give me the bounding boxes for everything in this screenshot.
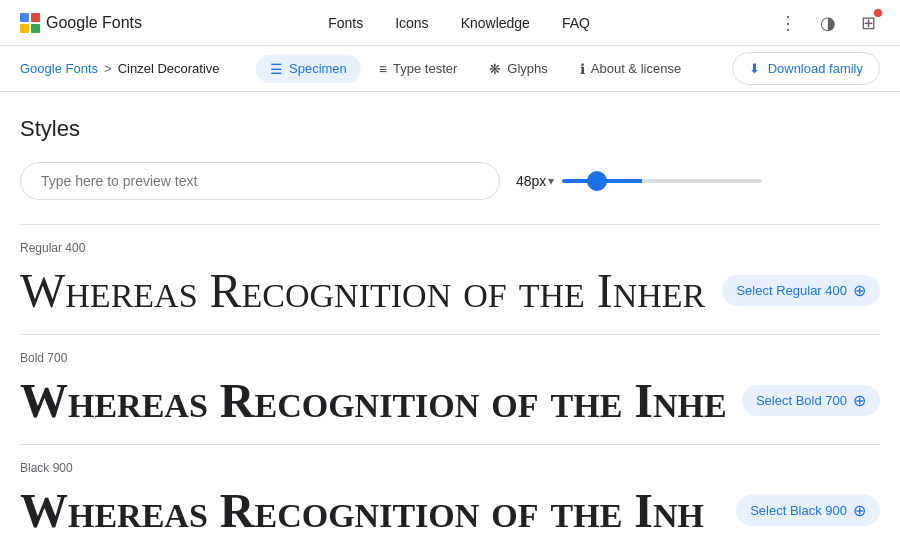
nav-link-knowledge[interactable]: Knowledge: [461, 15, 530, 31]
size-value: 48px: [516, 173, 546, 189]
google-fonts-logo[interactable]: [20, 13, 40, 33]
more-icon[interactable]: ⋮: [776, 11, 800, 35]
select-black-label: Select Black 900: [750, 503, 847, 518]
style-row-black: Black 900 Whereas Recognition of the Inh…: [20, 444, 880, 538]
tab-specimen[interactable]: ☰ Specimen: [256, 55, 361, 83]
chevron-down-icon: ▾: [548, 174, 554, 188]
font-size-slider[interactable]: [562, 179, 762, 183]
top-nav: Google Fonts Fonts Icons Knowledge FAQ ⋮…: [0, 0, 900, 46]
section-title: Styles: [20, 116, 880, 142]
download-family-button[interactable]: ⬇ Download family: [732, 52, 880, 85]
preview-input[interactable]: [20, 162, 500, 200]
sub-tabs: ☰ Specimen ≡ Type tester ❋ Glyphs ℹ Abou…: [256, 55, 695, 83]
theme-icon[interactable]: ◑: [816, 11, 840, 35]
preview-text-black: Whereas Recognition of the Inh: [20, 483, 720, 538]
grid-icon[interactable]: ⊞: [856, 11, 880, 35]
breadcrumb-root[interactable]: Google Fonts: [20, 61, 98, 76]
nav-link-icons[interactable]: Icons: [395, 15, 428, 31]
font-styles: Regular 400 Whereas Recognition of the I…: [20, 224, 880, 538]
preview-text-bold: Whereas Recognition of the Inher: [20, 373, 726, 428]
preview-bar: 48px ▾: [20, 162, 880, 200]
tab-specimen-label: Specimen: [289, 61, 347, 76]
about-icon: ℹ: [580, 61, 585, 77]
main-content: Styles 48px ▾ Regular 400 Whereas Recogn…: [0, 92, 900, 538]
select-regular-label: Select Regular 400: [736, 283, 847, 298]
select-bold-label: Select Bold 700: [756, 393, 847, 408]
breadcrumb-bar: Google Fonts > Cinzel Decorative ☰ Speci…: [0, 46, 900, 92]
nav-right: ⋮ ◑ ⊞: [776, 11, 880, 35]
style-preview-row-black: Whereas Recognition of the Inh Select Bl…: [20, 483, 880, 538]
style-preview-row-regular: Whereas Recognition of the Inhere Select…: [20, 263, 880, 318]
tab-about[interactable]: ℹ About & license: [566, 55, 695, 83]
tab-glyphs-label: Glyphs: [507, 61, 547, 76]
style-row-bold: Bold 700 Whereas Recognition of the Inhe…: [20, 334, 880, 444]
style-label-bold: Bold 700: [20, 351, 880, 365]
tab-type-tester[interactable]: ≡ Type tester: [365, 55, 471, 83]
style-label-black: Black 900: [20, 461, 880, 475]
add-circle-black-icon: ⊕: [853, 501, 866, 520]
size-control: 48px ▾: [516, 173, 762, 189]
style-preview-row-bold: Whereas Recognition of the Inher Select …: [20, 373, 880, 428]
size-dropdown[interactable]: 48px ▾: [516, 173, 554, 189]
nav-links: Fonts Icons Knowledge FAQ: [328, 15, 590, 31]
breadcrumb-separator: >: [104, 61, 112, 76]
specimen-icon: ☰: [270, 61, 283, 77]
select-bold-button[interactable]: Select Bold 700 ⊕: [742, 385, 880, 416]
tab-glyphs[interactable]: ❋ Glyphs: [475, 55, 561, 83]
tab-type-tester-label: Type tester: [393, 61, 457, 76]
glyphs-icon: ❋: [489, 61, 501, 77]
brand-name: Google Fonts: [46, 14, 142, 32]
download-icon: ⬇: [749, 61, 760, 76]
tab-about-label: About & license: [591, 61, 681, 76]
select-regular-button[interactable]: Select Regular 400 ⊕: [722, 275, 880, 306]
style-row-regular: Regular 400 Whereas Recognition of the I…: [20, 224, 880, 334]
nav-link-fonts[interactable]: Fonts: [328, 15, 363, 31]
type-tester-icon: ≡: [379, 61, 387, 77]
add-circle-icon: ⊕: [853, 281, 866, 300]
notification-dot: [874, 9, 882, 17]
download-label: Download family: [768, 61, 863, 76]
nav-link-faq[interactable]: FAQ: [562, 15, 590, 31]
breadcrumb: Google Fonts > Cinzel Decorative: [20, 61, 220, 76]
add-circle-bold-icon: ⊕: [853, 391, 866, 410]
style-label-regular: Regular 400: [20, 241, 880, 255]
preview-text-regular: Whereas Recognition of the Inhere: [20, 263, 706, 318]
slider-container: [562, 179, 762, 183]
select-black-button[interactable]: Select Black 900 ⊕: [736, 495, 880, 526]
nav-left: Google Fonts: [20, 13, 142, 33]
breadcrumb-current: Cinzel Decorative: [118, 61, 220, 76]
